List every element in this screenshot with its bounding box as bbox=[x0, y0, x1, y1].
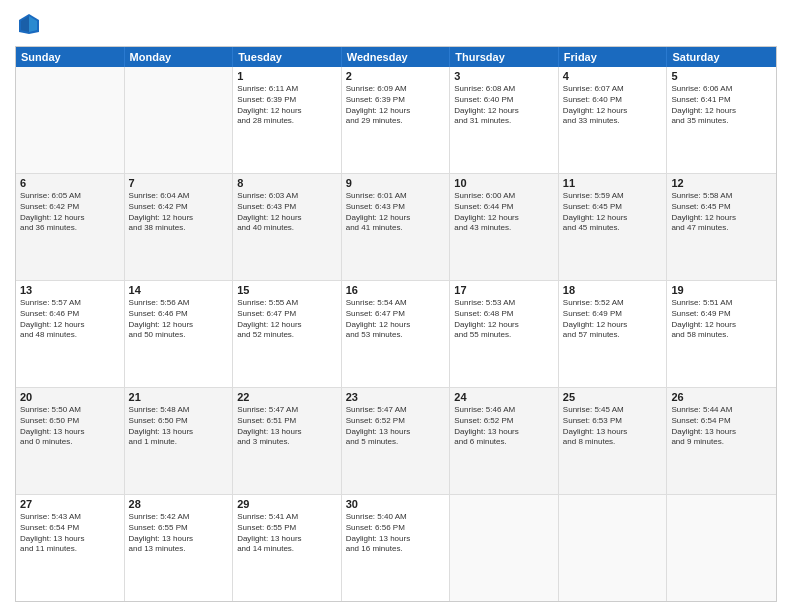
day-number: 7 bbox=[129, 177, 229, 189]
day-cell-11: 11Sunrise: 5:59 AM Sunset: 6:45 PM Dayli… bbox=[559, 174, 668, 280]
calendar-header-row: SundayMondayTuesdayWednesdayThursdayFrid… bbox=[16, 47, 776, 67]
day-number: 27 bbox=[20, 498, 120, 510]
day-cell-20: 20Sunrise: 5:50 AM Sunset: 6:50 PM Dayli… bbox=[16, 388, 125, 494]
day-cell-21: 21Sunrise: 5:48 AM Sunset: 6:50 PM Dayli… bbox=[125, 388, 234, 494]
day-cell-16: 16Sunrise: 5:54 AM Sunset: 6:47 PM Dayli… bbox=[342, 281, 451, 387]
calendar-row-4: 27Sunrise: 5:43 AM Sunset: 6:54 PM Dayli… bbox=[16, 495, 776, 601]
day-cell-23: 23Sunrise: 5:47 AM Sunset: 6:52 PM Dayli… bbox=[342, 388, 451, 494]
day-cell-29: 29Sunrise: 5:41 AM Sunset: 6:55 PM Dayli… bbox=[233, 495, 342, 601]
day-cell-3: 3Sunrise: 6:08 AM Sunset: 6:40 PM Daylig… bbox=[450, 67, 559, 173]
empty-cell bbox=[125, 67, 234, 173]
day-cell-7: 7Sunrise: 6:04 AM Sunset: 6:42 PM Daylig… bbox=[125, 174, 234, 280]
weekday-header-friday: Friday bbox=[559, 47, 668, 67]
day-number: 21 bbox=[129, 391, 229, 403]
day-info: Sunrise: 6:03 AM Sunset: 6:43 PM Dayligh… bbox=[237, 191, 337, 234]
day-info: Sunrise: 5:52 AM Sunset: 6:49 PM Dayligh… bbox=[563, 298, 663, 341]
empty-cell bbox=[16, 67, 125, 173]
weekday-header-saturday: Saturday bbox=[667, 47, 776, 67]
day-cell-9: 9Sunrise: 6:01 AM Sunset: 6:43 PM Daylig… bbox=[342, 174, 451, 280]
day-number: 29 bbox=[237, 498, 337, 510]
day-info: Sunrise: 6:08 AM Sunset: 6:40 PM Dayligh… bbox=[454, 84, 554, 127]
day-number: 14 bbox=[129, 284, 229, 296]
day-info: Sunrise: 6:09 AM Sunset: 6:39 PM Dayligh… bbox=[346, 84, 446, 127]
day-info: Sunrise: 5:42 AM Sunset: 6:55 PM Dayligh… bbox=[129, 512, 229, 555]
calendar-row-3: 20Sunrise: 5:50 AM Sunset: 6:50 PM Dayli… bbox=[16, 388, 776, 495]
empty-cell bbox=[450, 495, 559, 601]
day-number: 8 bbox=[237, 177, 337, 189]
calendar-row-1: 6Sunrise: 6:05 AM Sunset: 6:42 PM Daylig… bbox=[16, 174, 776, 281]
day-number: 16 bbox=[346, 284, 446, 296]
day-info: Sunrise: 5:53 AM Sunset: 6:48 PM Dayligh… bbox=[454, 298, 554, 341]
day-info: Sunrise: 5:59 AM Sunset: 6:45 PM Dayligh… bbox=[563, 191, 663, 234]
header bbox=[15, 10, 777, 38]
day-number: 12 bbox=[671, 177, 772, 189]
day-info: Sunrise: 5:48 AM Sunset: 6:50 PM Dayligh… bbox=[129, 405, 229, 448]
day-number: 23 bbox=[346, 391, 446, 403]
day-info: Sunrise: 5:41 AM Sunset: 6:55 PM Dayligh… bbox=[237, 512, 337, 555]
day-cell-30: 30Sunrise: 5:40 AM Sunset: 6:56 PM Dayli… bbox=[342, 495, 451, 601]
day-number: 30 bbox=[346, 498, 446, 510]
day-number: 2 bbox=[346, 70, 446, 82]
day-cell-5: 5Sunrise: 6:06 AM Sunset: 6:41 PM Daylig… bbox=[667, 67, 776, 173]
day-cell-18: 18Sunrise: 5:52 AM Sunset: 6:49 PM Dayli… bbox=[559, 281, 668, 387]
day-number: 9 bbox=[346, 177, 446, 189]
calendar-body: 1Sunrise: 6:11 AM Sunset: 6:39 PM Daylig… bbox=[16, 67, 776, 601]
day-number: 19 bbox=[671, 284, 772, 296]
day-number: 15 bbox=[237, 284, 337, 296]
logo bbox=[15, 10, 47, 38]
day-number: 18 bbox=[563, 284, 663, 296]
calendar: SundayMondayTuesdayWednesdayThursdayFrid… bbox=[15, 46, 777, 602]
day-number: 1 bbox=[237, 70, 337, 82]
day-number: 13 bbox=[20, 284, 120, 296]
day-info: Sunrise: 6:04 AM Sunset: 6:42 PM Dayligh… bbox=[129, 191, 229, 234]
logo-icon bbox=[15, 10, 43, 38]
calendar-row-2: 13Sunrise: 5:57 AM Sunset: 6:46 PM Dayli… bbox=[16, 281, 776, 388]
day-info: Sunrise: 6:11 AM Sunset: 6:39 PM Dayligh… bbox=[237, 84, 337, 127]
day-cell-2: 2Sunrise: 6:09 AM Sunset: 6:39 PM Daylig… bbox=[342, 67, 451, 173]
day-info: Sunrise: 6:05 AM Sunset: 6:42 PM Dayligh… bbox=[20, 191, 120, 234]
empty-cell bbox=[559, 495, 668, 601]
day-number: 17 bbox=[454, 284, 554, 296]
day-info: Sunrise: 5:47 AM Sunset: 6:52 PM Dayligh… bbox=[346, 405, 446, 448]
day-cell-25: 25Sunrise: 5:45 AM Sunset: 6:53 PM Dayli… bbox=[559, 388, 668, 494]
day-number: 5 bbox=[671, 70, 772, 82]
day-number: 26 bbox=[671, 391, 772, 403]
day-number: 20 bbox=[20, 391, 120, 403]
day-number: 25 bbox=[563, 391, 663, 403]
calendar-row-0: 1Sunrise: 6:11 AM Sunset: 6:39 PM Daylig… bbox=[16, 67, 776, 174]
day-cell-28: 28Sunrise: 5:42 AM Sunset: 6:55 PM Dayli… bbox=[125, 495, 234, 601]
weekday-header-wednesday: Wednesday bbox=[342, 47, 451, 67]
weekday-header-tuesday: Tuesday bbox=[233, 47, 342, 67]
day-cell-14: 14Sunrise: 5:56 AM Sunset: 6:46 PM Dayli… bbox=[125, 281, 234, 387]
day-cell-22: 22Sunrise: 5:47 AM Sunset: 6:51 PM Dayli… bbox=[233, 388, 342, 494]
empty-cell bbox=[667, 495, 776, 601]
day-cell-15: 15Sunrise: 5:55 AM Sunset: 6:47 PM Dayli… bbox=[233, 281, 342, 387]
day-info: Sunrise: 5:40 AM Sunset: 6:56 PM Dayligh… bbox=[346, 512, 446, 555]
day-cell-10: 10Sunrise: 6:00 AM Sunset: 6:44 PM Dayli… bbox=[450, 174, 559, 280]
day-cell-12: 12Sunrise: 5:58 AM Sunset: 6:45 PM Dayli… bbox=[667, 174, 776, 280]
day-number: 24 bbox=[454, 391, 554, 403]
day-info: Sunrise: 6:06 AM Sunset: 6:41 PM Dayligh… bbox=[671, 84, 772, 127]
day-info: Sunrise: 5:44 AM Sunset: 6:54 PM Dayligh… bbox=[671, 405, 772, 448]
day-info: Sunrise: 6:07 AM Sunset: 6:40 PM Dayligh… bbox=[563, 84, 663, 127]
day-cell-27: 27Sunrise: 5:43 AM Sunset: 6:54 PM Dayli… bbox=[16, 495, 125, 601]
day-info: Sunrise: 5:54 AM Sunset: 6:47 PM Dayligh… bbox=[346, 298, 446, 341]
day-info: Sunrise: 6:01 AM Sunset: 6:43 PM Dayligh… bbox=[346, 191, 446, 234]
day-cell-4: 4Sunrise: 6:07 AM Sunset: 6:40 PM Daylig… bbox=[559, 67, 668, 173]
day-info: Sunrise: 5:57 AM Sunset: 6:46 PM Dayligh… bbox=[20, 298, 120, 341]
day-cell-1: 1Sunrise: 6:11 AM Sunset: 6:39 PM Daylig… bbox=[233, 67, 342, 173]
day-cell-8: 8Sunrise: 6:03 AM Sunset: 6:43 PM Daylig… bbox=[233, 174, 342, 280]
weekday-header-thursday: Thursday bbox=[450, 47, 559, 67]
day-number: 10 bbox=[454, 177, 554, 189]
day-cell-26: 26Sunrise: 5:44 AM Sunset: 6:54 PM Dayli… bbox=[667, 388, 776, 494]
day-number: 22 bbox=[237, 391, 337, 403]
day-info: Sunrise: 5:47 AM Sunset: 6:51 PM Dayligh… bbox=[237, 405, 337, 448]
day-cell-19: 19Sunrise: 5:51 AM Sunset: 6:49 PM Dayli… bbox=[667, 281, 776, 387]
day-number: 4 bbox=[563, 70, 663, 82]
day-cell-13: 13Sunrise: 5:57 AM Sunset: 6:46 PM Dayli… bbox=[16, 281, 125, 387]
day-number: 3 bbox=[454, 70, 554, 82]
day-info: Sunrise: 5:58 AM Sunset: 6:45 PM Dayligh… bbox=[671, 191, 772, 234]
day-info: Sunrise: 5:45 AM Sunset: 6:53 PM Dayligh… bbox=[563, 405, 663, 448]
day-info: Sunrise: 5:46 AM Sunset: 6:52 PM Dayligh… bbox=[454, 405, 554, 448]
page: SundayMondayTuesdayWednesdayThursdayFrid… bbox=[0, 0, 792, 612]
